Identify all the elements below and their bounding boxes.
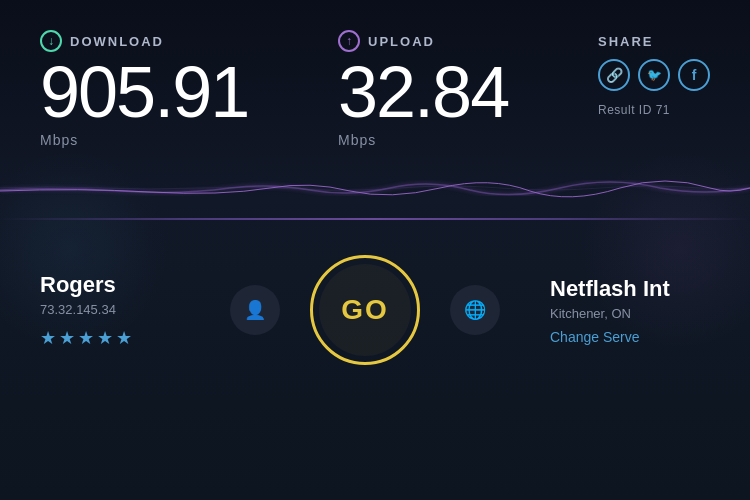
download-unit: Mbps xyxy=(40,132,78,148)
upload-label: UPLOAD xyxy=(368,34,435,49)
user-profile-button[interactable]: 👤 xyxy=(230,285,280,335)
server-info: Netflash Int Kitchener, ON Change Serve xyxy=(550,276,710,345)
download-icon xyxy=(40,30,62,52)
link-icon: 🔗 xyxy=(606,67,623,83)
isp-name: Rogers xyxy=(40,272,116,298)
ip-address: 73.32.145.34 xyxy=(40,302,116,317)
facebook-icon: f xyxy=(692,67,697,83)
star-4: ★ xyxy=(97,327,113,349)
star-5: ★ xyxy=(116,327,132,349)
star-2: ★ xyxy=(59,327,75,349)
share-link-button[interactable]: 🔗 xyxy=(598,59,630,91)
result-id: Result ID 71 xyxy=(598,103,670,117)
share-block: SHARE 🔗 🐦 f Result ID 71 xyxy=(598,30,710,117)
twitter-icon: 🐦 xyxy=(647,68,662,82)
server-location: Kitchener, ON xyxy=(550,306,631,321)
share-label: SHARE xyxy=(598,34,654,49)
upload-value: 32.84 xyxy=(338,56,508,128)
download-label: DOWNLOAD xyxy=(70,34,164,49)
upload-block: UPLOAD 32.84 Mbps xyxy=(338,30,508,148)
upload-unit: Mbps xyxy=(338,132,376,148)
go-label: GO xyxy=(341,294,389,326)
share-twitter-button[interactable]: 🐦 xyxy=(638,59,670,91)
bottom-section: Rogers 73.32.145.34 ★ ★ ★ ★ ★ 👤 GO 🌐 xyxy=(0,220,750,365)
isp-info: Rogers 73.32.145.34 ★ ★ ★ ★ ★ xyxy=(40,272,180,349)
server-select-button[interactable]: 🌐 xyxy=(450,285,500,335)
upload-label-row: UPLOAD xyxy=(338,30,435,52)
share-icons-row: 🔗 🐦 f xyxy=(598,59,710,91)
download-label-row: DOWNLOAD xyxy=(40,30,164,52)
app-container: DOWNLOAD 905.91 Mbps UPLOAD 32.84 Mbps S… xyxy=(0,0,750,500)
share-facebook-button[interactable]: f xyxy=(678,59,710,91)
download-value: 905.91 xyxy=(40,56,248,128)
star-3: ★ xyxy=(78,327,94,349)
rating-stars: ★ ★ ★ ★ ★ xyxy=(40,327,132,349)
top-section: DOWNLOAD 905.91 Mbps UPLOAD 32.84 Mbps S… xyxy=(0,0,750,168)
center-controls: 👤 GO 🌐 xyxy=(230,255,500,365)
globe-icon: 🌐 xyxy=(464,299,486,321)
server-name: Netflash Int xyxy=(550,276,670,302)
person-icon: 👤 xyxy=(244,299,266,321)
change-server-link[interactable]: Change Serve xyxy=(550,329,640,345)
download-block: DOWNLOAD 905.91 Mbps xyxy=(40,30,248,148)
go-button[interactable]: GO xyxy=(310,255,420,365)
upload-icon xyxy=(338,30,360,52)
star-1: ★ xyxy=(40,327,56,349)
